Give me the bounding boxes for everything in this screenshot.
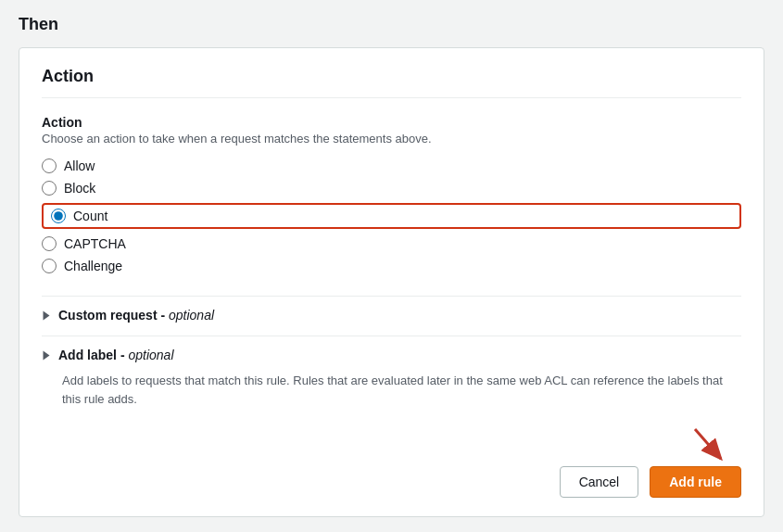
- radio-count-selected[interactable]: Count: [42, 203, 741, 229]
- radio-captcha[interactable]: CAPTCHA: [42, 236, 741, 251]
- add-label-label: Add label - optional: [58, 348, 174, 362]
- red-arrow-indicator: Cancel: [560, 466, 639, 498]
- divider-1: [42, 296, 741, 297]
- add-rule-container: Add rule: [650, 466, 741, 498]
- radio-challenge-input[interactable]: [42, 259, 57, 273]
- add-label-description: Add labels to requests that match this r…: [62, 372, 741, 408]
- divider-2: [42, 336, 741, 336]
- radio-count-label: Count: [73, 209, 107, 223]
- action-field-label: Action: [42, 115, 741, 130]
- radio-challenge-label: Challenge: [64, 259, 122, 273]
- radio-group: Allow Block Count CAPTCHA Challenge: [42, 158, 741, 273]
- card-title: Action: [42, 67, 741, 98]
- radio-captcha-label: CAPTCHA: [64, 236, 126, 251]
- section-title: Then: [19, 15, 764, 34]
- custom-request-arrow: [44, 310, 50, 320]
- radio-challenge[interactable]: Challenge: [42, 259, 741, 273]
- custom-request-label: Custom request - optional: [58, 308, 214, 323]
- radio-allow[interactable]: Allow: [42, 158, 741, 173]
- add-rule-button[interactable]: Add rule: [650, 466, 741, 498]
- radio-block-input[interactable]: [42, 181, 57, 196]
- action-field-description: Choose an action to take when a request …: [42, 132, 741, 146]
- action-card: Action Action Choose an action to take w…: [19, 47, 764, 517]
- radio-allow-input[interactable]: [42, 158, 57, 173]
- red-arrow-icon: [686, 427, 732, 464]
- footer: Cancel Add rule: [42, 451, 741, 498]
- radio-count-input[interactable]: [51, 209, 66, 223]
- custom-request-section[interactable]: Custom request - optional: [42, 308, 741, 323]
- radio-captcha-input[interactable]: [42, 236, 57, 251]
- radio-block[interactable]: Block: [42, 181, 741, 196]
- svg-line-1: [695, 429, 721, 459]
- radio-block-label: Block: [64, 181, 95, 196]
- add-label-section[interactable]: Add label - optional: [42, 348, 741, 362]
- cancel-button[interactable]: Cancel: [560, 466, 639, 498]
- add-label-arrow: [44, 350, 50, 360]
- radio-allow-label: Allow: [64, 158, 95, 173]
